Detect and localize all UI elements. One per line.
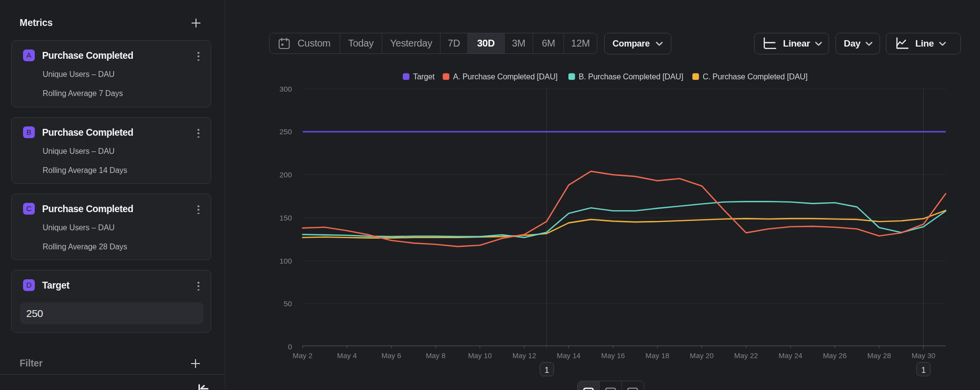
svg-text:May 10: May 10	[468, 352, 492, 360]
svg-text:May 24: May 24	[779, 352, 803, 360]
svg-text:50: 50	[284, 299, 293, 308]
svg-text:May 30: May 30	[911, 352, 935, 360]
svg-text:1: 1	[921, 366, 926, 375]
svg-text:150: 150	[279, 214, 292, 222]
svg-text:May 2: May 2	[293, 352, 312, 360]
svg-text:100: 100	[279, 257, 292, 265]
svg-text:1: 1	[544, 366, 549, 375]
svg-text:May 4: May 4	[337, 352, 357, 360]
svg-text:May 18: May 18	[645, 352, 669, 360]
svg-text:May 14: May 14	[557, 352, 581, 360]
svg-text:May 20: May 20	[690, 352, 714, 360]
svg-text:May 6: May 6	[381, 352, 401, 360]
svg-text:0: 0	[288, 342, 292, 351]
svg-text:200: 200	[279, 171, 292, 179]
svg-text:B. Purchase Completed [DAU]: B. Purchase Completed [DAU]	[579, 72, 683, 81]
svg-text:250: 250	[279, 127, 292, 136]
svg-text:May 26: May 26	[823, 352, 847, 360]
svg-text:300: 300	[279, 85, 292, 93]
svg-text:May 8: May 8	[426, 352, 445, 360]
svg-text:C. Purchase Completed [DAU]: C. Purchase Completed [DAU]	[703, 72, 808, 81]
svg-text:May 16: May 16	[601, 352, 625, 360]
svg-text:A. Purchase Completed [DAU]: A. Purchase Completed [DAU]	[453, 72, 558, 81]
svg-text:May 22: May 22	[734, 352, 758, 360]
svg-text:May 28: May 28	[867, 352, 891, 360]
svg-text:Target: Target	[413, 72, 435, 81]
svg-text:May 12: May 12	[513, 352, 537, 360]
